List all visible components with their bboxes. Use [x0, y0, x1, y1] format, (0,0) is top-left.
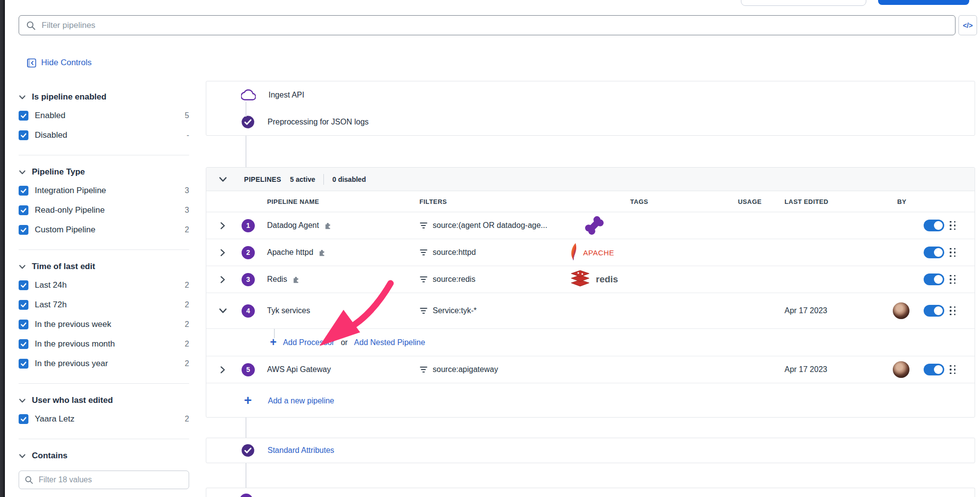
pipeline-name[interactable]: Tyk services [267, 306, 310, 315]
filter-section-header[interactable]: Time of last edit [19, 258, 189, 275]
pipeline-enabled-toggle[interactable] [924, 305, 944, 317]
filter-option-label: Enabled [35, 111, 185, 121]
drag-handle-icon[interactable] [950, 221, 975, 230]
checkbox-checked-icon[interactable] [19, 186, 28, 196]
filter-option[interactable]: Last 24h2 [19, 275, 189, 295]
pipelines-search-bar[interactable] [19, 15, 956, 35]
filter-option[interactable]: In the previous month2 [19, 334, 189, 354]
pipeline-name[interactable]: Datadog Agent [267, 221, 319, 230]
checkbox-checked-icon[interactable] [19, 300, 28, 310]
pipeline-enabled-toggle[interactable] [924, 273, 944, 285]
drag-handle-icon[interactable] [950, 365, 975, 374]
contains-filter-input[interactable] [38, 475, 183, 485]
filter-section-header[interactable]: Is pipeline enabled [19, 88, 189, 106]
chevron-down-icon[interactable] [19, 169, 26, 176]
filter-option-count: 2 [185, 340, 189, 348]
chevron-right-icon[interactable] [219, 222, 242, 230]
apache-feather-icon [569, 243, 579, 262]
filter-query: source:httpd [433, 248, 476, 257]
pipeline-enabled-toggle[interactable] [924, 364, 944, 375]
top-right-primary-button-partial[interactable] [878, 0, 969, 5]
checkbox-checked-icon[interactable] [19, 414, 28, 424]
filter-section-header[interactable]: User who last edited [19, 392, 189, 409]
pipeline-enabled-toggle[interactable] [924, 247, 944, 258]
integration-puzzle-icon [292, 275, 301, 284]
plus-icon[interactable]: + [270, 337, 276, 348]
filter-option[interactable]: Enabled5 [19, 106, 189, 125]
filter-section-title: Time of last edit [32, 262, 95, 272]
preprocessing-row[interactable]: Preprocessing for JSON logs [206, 108, 975, 135]
pipeline-order-badge: 1 [242, 219, 255, 232]
standard-attributes-link[interactable]: Standard Attributes [268, 446, 334, 455]
filter-option[interactable]: Custom Pipeline2 [19, 220, 189, 240]
checkbox-checked-icon[interactable] [19, 205, 28, 215]
drag-handle-icon[interactable] [950, 248, 975, 257]
chevron-down-icon[interactable] [219, 306, 242, 315]
top-right-input-partial[interactable] [741, 0, 866, 6]
add-nested-pipeline-link[interactable]: Add Nested Pipeline [354, 338, 425, 347]
checkbox-checked-icon[interactable] [19, 320, 28, 329]
chevron-down-icon[interactable] [19, 397, 26, 404]
redis-logo-icon [569, 269, 591, 290]
filter-query: source:apigateway [433, 365, 498, 374]
filter-option-count: 2 [185, 320, 189, 329]
redis-logo-text: redis [596, 274, 618, 285]
add-new-pipeline-link[interactable]: Add a new pipeline [268, 397, 334, 405]
pipeline-order-badge: 2 [242, 246, 255, 259]
chevron-right-icon[interactable] [219, 248, 242, 257]
pipeline-name[interactable]: Apache httpd [267, 248, 313, 257]
ingest-api-label: Ingest API [269, 91, 304, 99]
plus-icon[interactable]: + [244, 394, 252, 407]
drag-handle-icon[interactable] [950, 275, 975, 284]
add-processor-row: + Add Processor or Add Nested Pipeline [206, 329, 975, 356]
filter-option[interactable]: Integration Pipeline3 [19, 181, 189, 200]
next-section-card-partial [206, 488, 975, 497]
filter-option[interactable]: Last 72h2 [19, 295, 189, 315]
standard-attributes-card: Standard Attributes [206, 438, 975, 463]
or-label: or [341, 338, 347, 347]
checkbox-checked-icon[interactable] [19, 111, 28, 121]
search-icon [26, 21, 36, 30]
filter-option[interactable]: Yaara Letz2 [19, 409, 189, 429]
add-processor-link[interactable]: Add Processor [283, 338, 334, 347]
filter-section: Pipeline TypeIntegration Pipeline3Read-o… [19, 155, 189, 250]
filter-option[interactable]: Read-only Pipeline3 [19, 200, 189, 220]
search-input[interactable] [41, 20, 948, 31]
checkbox-checked-icon[interactable] [19, 280, 28, 290]
checkbox-checked-icon[interactable] [19, 130, 28, 140]
pipeline-name[interactable]: AWS Api Gateway [267, 365, 331, 374]
check-circle-icon [241, 444, 255, 457]
filter-option-count: - [187, 131, 189, 140]
chevron-right-icon[interactable] [219, 275, 242, 284]
controls-sections: Is pipeline enabledEnabled5Disabled-Pipe… [19, 80, 189, 497]
chevron-down-icon[interactable] [219, 175, 229, 184]
filter-section-header[interactable]: Pipeline Type [19, 163, 189, 181]
chevron-down-icon[interactable] [19, 94, 26, 101]
filter-option-count: 2 [185, 300, 189, 309]
pipeline-row-tyk-services: 4Tyk servicesService:tyk-*Apr 17 2023 [206, 293, 975, 329]
column-header-by: BY [887, 198, 922, 205]
filter-section-title: Is pipeline enabled [32, 92, 106, 102]
contains-filter-box[interactable] [19, 471, 189, 489]
datadog-bone-icon [582, 214, 607, 237]
pipeline-name[interactable]: Redis [267, 275, 287, 284]
checkbox-checked-icon[interactable] [19, 339, 28, 349]
filter-section-header[interactable]: Contains [19, 447, 189, 465]
cloud-icon [241, 89, 256, 101]
pipeline-enabled-toggle[interactable] [924, 220, 944, 231]
code-view-button[interactable]: </> [958, 15, 977, 35]
filter-option[interactable]: In the previous week2 [19, 315, 189, 334]
pipeline-row-datadog-agent: 1Datadog Agentsource:(agent OR datadog-a… [206, 212, 975, 239]
drag-handle-icon[interactable] [950, 306, 975, 316]
checkbox-checked-icon[interactable] [19, 359, 28, 369]
avatar [893, 361, 909, 378]
filter-option-label: In the previous month [35, 339, 185, 349]
filter-option[interactable]: In the previous year2 [19, 354, 189, 373]
add-new-pipeline-row[interactable]: + Add a new pipeline [206, 383, 975, 418]
chevron-down-icon[interactable] [19, 263, 26, 271]
chevron-right-icon[interactable] [219, 366, 242, 374]
chevron-down-icon[interactable] [19, 452, 26, 460]
checkbox-checked-icon[interactable] [19, 225, 28, 235]
hide-controls-button[interactable]: Hide Controls [27, 58, 92, 68]
filter-option[interactable]: Disabled- [19, 125, 189, 145]
